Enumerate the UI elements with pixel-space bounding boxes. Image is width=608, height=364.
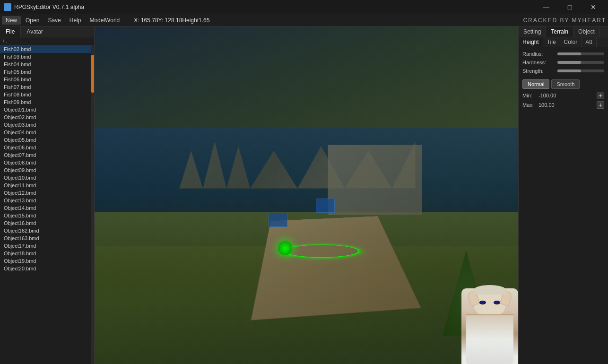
tab-terrain[interactable]: Terrain — [546, 26, 573, 37]
hardness-fill — [557, 61, 581, 64]
sidebar-tabs: File Avatar — [0, 26, 94, 37]
flag-2 — [316, 199, 335, 213]
file-item[interactable]: Fish07.bmd — [0, 83, 91, 91]
mode-smooth-button[interactable]: Smooth — [551, 79, 580, 89]
file-item[interactable]: Object18.bmd — [0, 250, 91, 257]
scroll-thumb[interactable] — [91, 55, 94, 93]
scene-castle — [328, 145, 422, 216]
min-plus-button[interactable]: + — [597, 92, 604, 99]
randius-fill — [557, 52, 581, 55]
file-item[interactable]: Fish02.bmd — [0, 45, 91, 53]
scroll-indicator — [91, 45, 94, 364]
file-item[interactable]: Object06.bmd — [0, 144, 91, 151]
anime-body — [466, 314, 513, 364]
menu-bar: New Open Save Help ModelWorld X: 165.78Y… — [0, 14, 608, 26]
left-sidebar: File Avatar \.. Fish02.bmdFish03.bmdFish… — [0, 26, 95, 364]
file-item[interactable]: Object15.bmd — [0, 212, 91, 219]
strength-row: Strength: — [522, 68, 604, 74]
sidebar-parent-dir[interactable]: \.. — [0, 37, 94, 45]
hardness-label: Hardness: — [522, 60, 556, 65]
file-item[interactable]: Fish08.bmd — [0, 91, 91, 98]
file-item[interactable]: Fish09.bmd — [0, 98, 91, 106]
file-item[interactable]: Object04.bmd — [0, 129, 91, 136]
file-item[interactable]: Object01.bmd — [0, 106, 91, 113]
sub-tab-color[interactable]: Color — [560, 37, 582, 47]
viewport-canvas — [95, 26, 518, 364]
right-panel: Setting Terrain Object Height Tile Color… — [518, 26, 608, 364]
viewport[interactable] — [95, 26, 518, 364]
right-panel-tabs: Setting Terrain Object — [519, 26, 608, 37]
file-item[interactable]: Object19.bmd — [0, 257, 91, 265]
file-item[interactable]: Object13.bmd — [0, 197, 91, 204]
hardness-bar[interactable] — [557, 61, 604, 64]
hardness-row: Hardness: — [522, 60, 604, 65]
anime-head — [473, 288, 506, 317]
file-item[interactable]: Fish06.bmd — [0, 76, 91, 83]
file-item[interactable]: Object07.bmd — [0, 151, 91, 159]
strength-label: Strength: — [522, 68, 556, 74]
min-row: Min: -100.00 + — [519, 91, 608, 100]
strength-bar[interactable] — [557, 69, 604, 72]
file-item[interactable]: Object16.bmd — [0, 219, 91, 227]
file-item[interactable]: Fish04.bmd — [0, 61, 91, 68]
anime-character — [461, 288, 518, 364]
tab-object[interactable]: Object — [573, 26, 600, 37]
terrain-dot — [278, 241, 292, 255]
file-item[interactable]: Object02.bmd — [0, 113, 91, 121]
anime-hair — [474, 285, 506, 295]
app-title: RPGSkyEditor V0.7.1 alpha — [14, 4, 535, 10]
sub-tab-att[interactable]: Att — [582, 37, 597, 47]
sub-tabs: Height Tile Color Att — [519, 37, 608, 47]
file-item[interactable]: Object20.bmd — [0, 265, 91, 272]
randius-row: Randius: — [522, 51, 604, 57]
flag-1 — [269, 213, 287, 227]
sidebar-inner: Fish02.bmdFish03.bmdFish04.bmdFish05.bmd… — [0, 45, 94, 364]
file-item[interactable]: Fish05.bmd — [0, 68, 91, 76]
sub-tab-tile[interactable]: Tile — [543, 37, 560, 47]
file-item[interactable]: Object162.bmd — [0, 227, 91, 234]
mode-buttons: Normal Smooth — [519, 78, 608, 91]
max-row: Max: 100.00 + — [519, 100, 608, 110]
window-controls: — □ ✕ — [535, 0, 604, 14]
max-label: Max: — [522, 102, 537, 108]
app-icon — [4, 3, 11, 11]
file-item[interactable]: Object03.bmd — [0, 121, 91, 129]
max-value: 100.00 — [539, 102, 595, 108]
file-item[interactable]: Object10.bmd — [0, 174, 91, 182]
file-item[interactable]: Object08.bmd — [0, 159, 91, 166]
menu-help[interactable]: Help — [66, 16, 85, 25]
file-item[interactable]: Object14.bmd — [0, 204, 91, 212]
menu-modelworld[interactable]: ModelWorld — [86, 16, 123, 25]
file-item[interactable]: Object09.bmd — [0, 166, 91, 174]
max-plus-button[interactable]: + — [597, 101, 604, 109]
menu-open[interactable]: Open — [22, 16, 43, 25]
anime-eye-right — [494, 301, 500, 304]
title-bar: RPGSkyEditor V0.7.1 alpha — □ ✕ — [0, 0, 608, 14]
file-item[interactable]: Object163.bmd — [0, 234, 91, 242]
main-layout: File Avatar \.. Fish02.bmdFish03.bmdFish… — [0, 26, 608, 364]
file-item[interactable]: Fish03.bmd — [0, 53, 91, 61]
close-button[interactable]: ✕ — [582, 0, 604, 14]
tab-file[interactable]: File — [0, 26, 21, 37]
cracked-label: CRACKED BY MYHEART — [523, 17, 606, 24]
file-item[interactable]: Object05.bmd — [0, 136, 91, 144]
randius-bar[interactable] — [557, 52, 604, 55]
file-item[interactable]: Object17.bmd — [0, 242, 91, 250]
file-item[interactable]: Object11.bmd — [0, 182, 91, 189]
min-value: -100.00 — [539, 93, 595, 98]
strength-fill — [557, 69, 581, 72]
anime-eye-left — [479, 301, 486, 304]
maximize-button[interactable]: □ — [559, 0, 581, 14]
coordinates-display: X: 165.78Y: 128.18Height1.65 — [134, 17, 209, 24]
mode-normal-button[interactable]: Normal — [522, 79, 549, 89]
menu-save[interactable]: Save — [44, 16, 64, 25]
minimize-button[interactable]: — — [535, 0, 557, 14]
min-label: Min: — [522, 93, 537, 98]
file-item[interactable]: Object12.bmd — [0, 189, 91, 197]
menu-new[interactable]: New — [2, 16, 21, 25]
tab-setting[interactable]: Setting — [519, 26, 546, 37]
file-list[interactable]: Fish02.bmdFish03.bmdFish04.bmdFish05.bmd… — [0, 45, 91, 364]
randius-label: Randius: — [522, 51, 556, 57]
tab-avatar[interactable]: Avatar — [21, 26, 49, 37]
sub-tab-height[interactable]: Height — [519, 37, 543, 47]
